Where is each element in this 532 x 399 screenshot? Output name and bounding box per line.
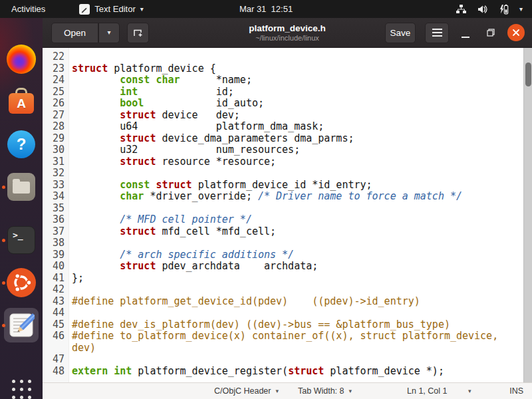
code-line: 28 u64 platform_dma_mask; <box>43 121 532 133</box>
code-line: 48extern int platform_device_register(st… <box>43 366 532 378</box>
dock-item-ubuntu-software[interactable]: A <box>7 87 36 116</box>
line-number: 40 <box>43 261 69 273</box>
caret-down-icon: ▾ <box>107 29 110 36</box>
code-text[interactable]: struct pdev_archdata archdata; <box>69 261 523 273</box>
code-line: 42 <box>43 284 532 296</box>
running-indicator <box>2 239 5 242</box>
dock-item-terminal[interactable]: >_ <box>7 225 36 255</box>
code-text[interactable]: struct device_dma_parameters dma_parms; <box>69 133 523 145</box>
help-icon: ? <box>7 130 35 158</box>
headerbar: Open ▾ platform_device.h ~/linux/include… <box>43 18 532 48</box>
code-line: 33 const struct platform_device_id *id_e… <box>43 180 532 192</box>
close-button[interactable] <box>507 24 525 41</box>
close-icon <box>512 29 520 37</box>
vertical-scrollbar[interactable] <box>523 48 532 382</box>
code-text[interactable]: const struct platform_device_id *id_entr… <box>69 180 523 192</box>
network-wired-icon <box>456 4 467 15</box>
line-number: 41 <box>43 273 69 285</box>
line-number: 34 <box>43 191 69 203</box>
code-text[interactable]: const char *name; <box>69 74 523 86</box>
line-number: 38 <box>43 237 69 249</box>
terminal-icon: >_ <box>7 226 35 254</box>
code-text[interactable]: }; <box>69 273 523 285</box>
code-text[interactable]: u64 platform_dma_mask; <box>69 121 523 133</box>
language-selector[interactable]: C/ObjC Header ▾ <box>214 383 279 399</box>
tab-width-selector[interactable]: Tab Width: 8 ▾ <box>298 383 352 399</box>
text-area[interactable]: 2223struct platform_device {24 const cha… <box>43 48 532 382</box>
open-button[interactable]: Open <box>51 23 98 43</box>
dock-item-show-applications[interactable] <box>7 374 36 399</box>
code-line: 35 <box>43 203 532 215</box>
code-text[interactable]: int id; <box>69 86 523 98</box>
line-number: 32 <box>43 168 69 180</box>
top-panel: Activities Text Editor ▾ Mar 31 12:51 ▾ <box>0 0 532 18</box>
line-number: 25 <box>43 86 69 98</box>
code-text[interactable] <box>69 354 523 366</box>
code-line: 41}; <box>43 273 532 285</box>
line-number: 23 <box>43 63 69 75</box>
minimize-icon <box>462 37 469 38</box>
desktop: Activities Text Editor ▾ Mar 31 12:51 ▾ <box>0 0 532 399</box>
tab-new-icon <box>132 27 144 38</box>
dock-item-help[interactable]: ? <box>7 130 36 159</box>
dock-item-firefox[interactable] <box>7 45 36 74</box>
restore-button[interactable] <box>478 27 503 38</box>
code-text[interactable] <box>69 203 523 215</box>
insert-mode-indicator[interactable]: INS <box>509 383 523 399</box>
code-line: 46#define to_platform_device(x) containe… <box>43 331 532 354</box>
code-text[interactable]: #define to_platform_device(x) container_… <box>69 331 523 354</box>
code-text[interactable] <box>69 307 523 319</box>
code-text[interactable]: #define platform_get_device_id(pdev) ((p… <box>69 296 523 308</box>
scrollbar-thumb[interactable] <box>525 63 531 86</box>
code-line: 47 <box>43 354 532 366</box>
code-text[interactable]: struct mfd_cell *mfd_cell; <box>69 226 523 238</box>
minimize-button[interactable] <box>453 25 478 40</box>
document-title: platform_device.h <box>249 23 326 33</box>
cursor-position[interactable]: Ln 1, Col 1 <box>407 383 447 399</box>
show-applications-icon <box>12 380 31 399</box>
code-text[interactable]: u32 num_resources; <box>69 144 523 156</box>
code-line: 38 <box>43 237 532 249</box>
line-number: 45 <box>43 319 69 331</box>
code-text[interactable] <box>69 168 523 180</box>
goto-line-dropdown[interactable]: ▾ <box>468 383 471 399</box>
line-number: 44 <box>43 307 69 319</box>
line-number: 36 <box>43 214 69 226</box>
code-text[interactable]: struct resource *resource; <box>69 156 523 168</box>
caret-down-icon: ▾ <box>348 388 352 394</box>
code-text[interactable] <box>69 237 523 249</box>
line-number: 47 <box>43 354 69 366</box>
code-text[interactable] <box>69 51 523 63</box>
app-menu-label: Text Editor <box>94 4 135 14</box>
code-line: 34 char *driver_override; /* Driver name… <box>43 191 532 203</box>
dock-item-files[interactable] <box>7 172 36 201</box>
code-line: 39 /* arch specific additions */ <box>43 249 532 261</box>
system-tray[interactable]: ▾ <box>456 0 532 18</box>
code-text[interactable]: extern int platform_device_register(stru… <box>69 366 523 378</box>
app-menu-button[interactable]: Text Editor ▾ <box>72 0 150 18</box>
dock-item-ubuntu[interactable] <box>7 268 36 297</box>
code-text[interactable]: /* MFD cell pointer */ <box>69 214 523 226</box>
menu-button[interactable] <box>425 23 449 43</box>
open-recent-dropdown[interactable]: ▾ <box>98 23 120 43</box>
code-text[interactable]: #define dev_is_platform(dev) ((dev)->bus… <box>69 319 523 331</box>
code-text[interactable]: bool id_auto; <box>69 98 523 110</box>
line-number: 22 <box>43 51 69 63</box>
caret-down-icon: ▾ <box>140 6 144 13</box>
dock: A ? >_ <box>0 18 43 399</box>
code-text[interactable] <box>69 284 523 296</box>
new-document-button[interactable] <box>127 23 149 43</box>
line-number: 24 <box>43 74 69 86</box>
code-text[interactable]: char *driver_override; /* Driver name to… <box>69 191 523 203</box>
code-text[interactable]: struct device dev; <box>69 110 523 122</box>
dock-item-text-editor[interactable] <box>7 311 36 340</box>
save-button[interactable]: Save <box>385 23 416 43</box>
activities-button[interactable]: Activities <box>0 0 57 18</box>
code-line: 24 const char *name; <box>43 74 532 86</box>
ubuntu-icon <box>7 268 36 297</box>
line-number: 35 <box>43 203 69 215</box>
code-text[interactable]: struct platform_device { <box>69 63 523 75</box>
code-text[interactable]: /* arch specific additions */ <box>69 249 523 261</box>
restore-icon <box>485 27 496 38</box>
code-line: 29 struct device_dma_parameters dma_parm… <box>43 133 532 145</box>
